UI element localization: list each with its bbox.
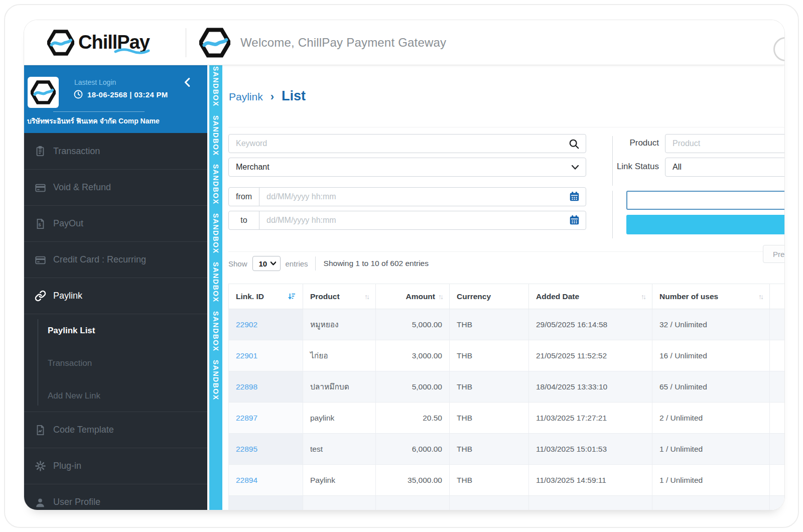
- sort-amount-icon[interactable]: [287, 292, 296, 301]
- sidebar-item-user-profile[interactable]: User Profile: [24, 484, 207, 510]
- table-row-partial: [229, 496, 785, 510]
- credit-card-icon: [34, 182, 46, 194]
- cell-empty: [652, 496, 770, 510]
- sidebar-item-label: Plug-in: [53, 461, 81, 471]
- showing-text: Showing 1 to 10 of 602 entries: [324, 259, 429, 268]
- product-input[interactable]: [665, 135, 784, 153]
- cell-added-date: 18/04/2025 13:33:10: [529, 371, 652, 403]
- submenu-tree-line: [38, 319, 38, 406]
- chillpay-hexagon-icon: [47, 29, 74, 56]
- cell-product: หมูหยอง: [303, 309, 376, 340]
- sidebar-item-code-template[interactable]: Code Template: [24, 412, 207, 448]
- link-icon: [34, 290, 46, 302]
- column-label: Link. ID: [236, 292, 264, 301]
- filter-primary-button[interactable]: [626, 215, 784, 234]
- lastest-login-label: Lastest Login: [74, 78, 116, 86]
- calendar-icon[interactable]: [569, 215, 580, 225]
- product-field: [665, 134, 784, 153]
- brand-wave-icon: [113, 38, 151, 60]
- sidebar-menu-bottom: Code TemplatePlug-inUser Profile: [24, 412, 207, 510]
- cell-link-id: 22902: [229, 309, 303, 340]
- paylink-table: Link. IDProduct↑↓Amount↑↓CurrencyAdded D…: [228, 284, 784, 510]
- cell-added-date: 21/05/2025 11:52:52: [529, 340, 652, 371]
- search-icon[interactable]: [569, 139, 580, 150]
- filter-divider-2: [612, 191, 613, 238]
- sort-arrows-icon[interactable]: ↑↓: [438, 293, 442, 301]
- company-name: บริษัทพระอินทร์ ฟินเทค จำกัด Comp Name: [27, 115, 160, 126]
- sidebar-item-paylink[interactable]: Paylink: [24, 278, 207, 314]
- top-header: ChillPay Welcome, ChillPay Payment Gatew…: [24, 20, 784, 65]
- breadcrumb: Paylink › List: [229, 88, 306, 104]
- link-id-link[interactable]: 22894: [236, 476, 257, 484]
- entries-top-divider: [228, 251, 784, 252]
- cell-extra: [770, 371, 785, 403]
- company-hexagon-icon: [31, 80, 56, 105]
- link-id-link[interactable]: 22897: [236, 414, 257, 422]
- cell-link-id: 22901: [229, 340, 303, 371]
- sidebar-item-plug-in[interactable]: Plug-in: [24, 448, 207, 484]
- filter-secondary-button[interactable]: [626, 191, 784, 210]
- link-id-link[interactable]: 22895: [236, 445, 257, 453]
- link-id-link[interactable]: 22902: [236, 320, 257, 329]
- column-header-added-date[interactable]: Added Date↑↓: [529, 284, 652, 309]
- sort-arrows-icon[interactable]: ↑↓: [641, 293, 645, 301]
- welcome-text: Welcome, ChillPay Payment Gateway: [240, 36, 446, 50]
- sort-arrows-icon[interactable]: ↑↓: [758, 293, 762, 301]
- link-status-label: Link Status: [609, 162, 659, 172]
- column-header-number-of-uses[interactable]: Number of uses↑↓: [652, 284, 770, 309]
- from-date-group: from: [228, 187, 586, 206]
- cell-uses: 1 / Unlimited: [652, 465, 770, 496]
- sidebar-item-label: Code Template: [53, 425, 114, 435]
- sidebar-subitem-label: Add New Link: [48, 391, 100, 401]
- company-logo-tile: [28, 77, 59, 108]
- chillpay-logo: ChillPay: [47, 29, 150, 56]
- link-id-link[interactable]: 22901: [236, 351, 257, 360]
- sidebar-item-payout[interactable]: $PayOut: [24, 205, 207, 241]
- sidebar-subitem-add-new-link[interactable]: Add New Link: [24, 379, 207, 412]
- link-status-value: All: [673, 163, 682, 172]
- cell-product: ปลาหมึกบด: [303, 371, 376, 403]
- account-panel: Lastest Login 18-06-2568 | 03:24 PM บริษ…: [24, 65, 207, 133]
- column-header-extra: [770, 284, 785, 309]
- sandbox-ribbon-text: SANDBOX: [212, 66, 220, 107]
- page-size-select[interactable]: 10: [252, 256, 281, 271]
- cell-product: ไก่ยอ: [303, 340, 376, 371]
- sidebar-item-void-refund[interactable]: Void & Refund: [24, 169, 207, 205]
- user-icon: [34, 496, 46, 508]
- link-status-select[interactable]: All: [665, 158, 784, 177]
- sandbox-ribbon-text: SANDBOX: [212, 213, 220, 254]
- cell-product: paylink: [303, 403, 376, 434]
- cell-currency: THB: [450, 371, 529, 403]
- cell-product: test: [303, 434, 376, 465]
- table-row: 22898ปลาหมึกบด5,000.00THB18/04/2025 13:3…: [229, 371, 785, 403]
- sidebar-menu: TransactionVoid & Refund$PayOutCredit Ca…: [24, 133, 207, 314]
- link-id-link[interactable]: 22898: [236, 382, 257, 391]
- merchant-select[interactable]: Merchant: [228, 158, 586, 177]
- sidebar-subitem-transaction[interactable]: Transaction: [24, 347, 207, 379]
- column-header-product[interactable]: Product↑↓: [303, 284, 376, 309]
- sidebar-item-label: Credit Card : Recurring: [53, 254, 146, 265]
- column-header-amount[interactable]: Amount↑↓: [376, 284, 450, 309]
- breadcrumb-parent[interactable]: Paylink: [229, 91, 263, 103]
- sidebar-item-transaction[interactable]: Transaction: [24, 133, 207, 169]
- to-date-input[interactable]: [259, 211, 586, 229]
- cell-added-date: 11/03/2025 15:01:53: [529, 434, 652, 465]
- keyword-input[interactable]: [229, 135, 586, 153]
- sidebar-subitem-paylink-list[interactable]: Paylink List: [24, 314, 207, 347]
- sort-arrows-icon[interactable]: ↑↓: [364, 293, 368, 301]
- column-header-link-id[interactable]: Link. ID: [229, 284, 303, 309]
- column-label: Number of uses: [659, 292, 718, 301]
- sidebar-subitem-label: Transaction: [48, 358, 92, 368]
- page-size-value: 10: [259, 259, 267, 268]
- cell-extra: [770, 465, 785, 496]
- calendar-icon[interactable]: [569, 191, 580, 202]
- header-avatar-partial[interactable]: [773, 37, 784, 61]
- previous-page-button[interactable]: Previous: [763, 245, 784, 263]
- sandbox-ribbon-text: SANDBOX: [212, 311, 220, 352]
- cell-currency: THB: [450, 309, 529, 340]
- table-row: 22897paylink20.50THB11/03/2025 17:27:212…: [229, 403, 785, 434]
- collapse-sidebar-button[interactable]: [182, 76, 193, 88]
- from-date-input[interactable]: [259, 188, 586, 206]
- sidebar-item-credit-card-recurring[interactable]: Credit Card : Recurring: [24, 241, 207, 278]
- cell-uses: 32 / Unlimited: [652, 309, 770, 340]
